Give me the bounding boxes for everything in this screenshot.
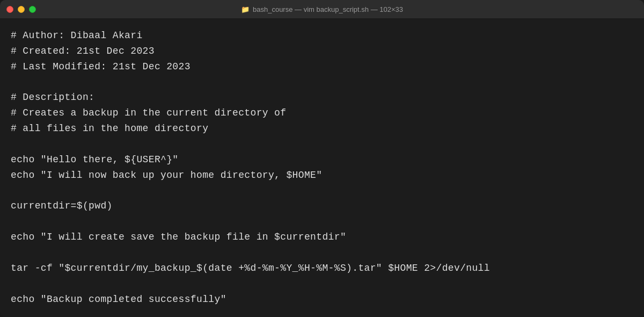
traffic-lights (6, 6, 36, 13)
blank-line (11, 245, 633, 261)
blank-line (11, 136, 633, 152)
code-line: echo "Backup completed successfully" (11, 292, 633, 307)
code-line: # Description: (11, 90, 633, 105)
titlebar: 📁 bash_course — vim backup_script.sh — 1… (0, 0, 644, 18)
code-line: # Author: Dibaal Akari (11, 28, 633, 44)
blank-line (11, 276, 633, 292)
code-line: # Creates a backup in the current direct… (11, 105, 633, 121)
terminal-window: 📁 bash_course — vim backup_script.sh — 1… (0, 0, 644, 317)
code-line: echo "I will create save the backup file… (11, 229, 633, 245)
blank-line (11, 183, 633, 198)
code-line: # all files in the home directory (11, 121, 633, 136)
code-line: echo "Hello there, ${USER^}" (11, 152, 633, 168)
blank-line (11, 74, 633, 90)
minimize-button[interactable] (18, 6, 25, 13)
folder-icon: 📁 (241, 5, 250, 13)
code-line: tar -cf "$currentdir/my_backup_$(date +%… (11, 261, 633, 276)
title-text: bash_course — vim backup_script.sh — 102… (253, 5, 403, 13)
code-line: # Last Modified: 21st Dec 2023 (11, 59, 633, 75)
close-button[interactable] (6, 6, 13, 13)
blank-line (11, 307, 633, 317)
maximize-button[interactable] (29, 6, 36, 13)
code-line: echo "I will now back up your home direc… (11, 168, 633, 183)
window-title: 📁 bash_course — vim backup_script.sh — 1… (241, 5, 403, 13)
code-content[interactable]: # Author: Dibaal Akari# Created: 21st De… (0, 18, 644, 317)
code-line: # Created: 21st Dec 2023 (11, 44, 633, 59)
blank-line (11, 214, 633, 229)
code-line: currentdir=$(pwd) (11, 198, 633, 214)
